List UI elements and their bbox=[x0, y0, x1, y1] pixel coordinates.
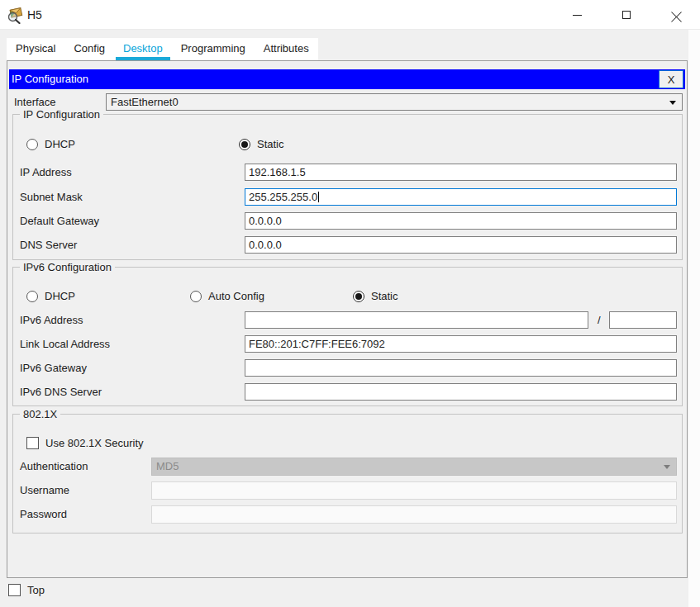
text-caret bbox=[318, 192, 319, 202]
checkbox-label: Top bbox=[27, 584, 45, 596]
ipv6-gateway-input[interactable] bbox=[245, 359, 677, 377]
link-local-address-label: Link Local Address bbox=[20, 335, 110, 353]
interface-select[interactable]: FastEthernet0 bbox=[106, 93, 683, 111]
input-value: 0.0.0.0 bbox=[249, 215, 282, 227]
ipv6-configuration-group: IPv6 Configuration DHCP Auto Config Stat… bbox=[12, 267, 683, 406]
ipv4-group-title: IP Configuration bbox=[20, 108, 103, 121]
radio-icon bbox=[190, 291, 202, 302]
ipv6-auto-config-radio[interactable]: Auto Config bbox=[190, 290, 264, 302]
input-value: 0.0.0.0 bbox=[249, 239, 282, 251]
tab-config[interactable]: Config bbox=[64, 38, 114, 60]
window-titlebar: H5 bbox=[0, 0, 700, 30]
panel-right-margin bbox=[688, 30, 700, 607]
ip-address-input[interactable]: 192.168.1.5 bbox=[245, 164, 677, 181]
subnet-mask-label: Subnet Mask bbox=[20, 188, 83, 206]
tab-desktop[interactable]: Desktop bbox=[114, 38, 172, 60]
radio-label: Static bbox=[371, 290, 398, 302]
tab-label: Config bbox=[74, 42, 105, 55]
dialog-titlebar: IP Configuration bbox=[9, 69, 685, 89]
ipv6-prefix-input[interactable] bbox=[609, 311, 677, 329]
radio-label: DHCP bbox=[45, 290, 75, 302]
radio-icon bbox=[26, 139, 38, 150]
dialog-title: IP Configuration bbox=[9, 69, 685, 88]
input-value: 192.168.1.5 bbox=[249, 166, 306, 178]
checkbox-icon bbox=[26, 437, 39, 449]
tab-attributes[interactable]: Attributes bbox=[255, 38, 318, 60]
authentication-selected-value: MD5 bbox=[156, 460, 179, 472]
ipv6-group-title: IPv6 Configuration bbox=[20, 261, 115, 273]
radio-icon bbox=[239, 139, 250, 150]
tab-label: Programming bbox=[181, 42, 245, 55]
default-gateway-input[interactable]: 0.0.0.0 bbox=[245, 212, 677, 230]
password-label: Password bbox=[20, 505, 67, 523]
interface-selected-value: FastEthernet0 bbox=[111, 96, 179, 108]
minimize-icon bbox=[573, 15, 582, 16]
chevron-down-icon bbox=[669, 101, 676, 105]
tab-bar: Physical Config Desktop Programming Attr… bbox=[7, 38, 318, 60]
radio-icon bbox=[353, 291, 364, 302]
subnet-mask-input[interactable]: 255.255.255.0 bbox=[245, 188, 677, 206]
ipv4-static-radio[interactable]: Static bbox=[239, 138, 284, 150]
close-button[interactable] bbox=[657, 0, 695, 30]
checkbox-label: Use 802.1X Security bbox=[45, 437, 144, 449]
chevron-down-icon bbox=[664, 465, 670, 469]
ipv6-static-radio[interactable]: Static bbox=[353, 290, 398, 302]
ipv6-gateway-label: IPv6 Gateway bbox=[20, 359, 87, 377]
tab-programming[interactable]: Programming bbox=[172, 38, 255, 60]
ipv4-configuration-group: IP Configuration DHCP Static IP Address … bbox=[12, 114, 683, 260]
input-value: FE80::201:C7FF:FEE6:7092 bbox=[249, 338, 385, 350]
window-title: H5 bbox=[27, 0, 42, 30]
authentication-select: MD5 bbox=[151, 458, 677, 476]
maximize-icon bbox=[622, 11, 631, 19]
radio-label: Static bbox=[257, 138, 284, 150]
password-input bbox=[151, 505, 677, 524]
dot1x-group-title: 802.1X bbox=[20, 408, 60, 420]
ipv6-dns-server-input[interactable] bbox=[245, 383, 677, 401]
tab-physical[interactable]: Physical bbox=[7, 38, 64, 60]
dot1x-group: 802.1X Use 802.1X Security Authenticatio… bbox=[12, 414, 683, 533]
ipv6-address-input[interactable] bbox=[245, 311, 588, 329]
radio-icon bbox=[26, 291, 38, 302]
default-gateway-label: Default Gateway bbox=[20, 212, 99, 230]
ipv4-dhcp-radio[interactable]: DHCP bbox=[26, 138, 75, 150]
authentication-label: Authentication bbox=[20, 458, 88, 475]
ip-configuration-panel: IP Configuration X Interface FastEtherne… bbox=[7, 60, 688, 578]
close-icon bbox=[671, 10, 682, 21]
dialog-close-button[interactable]: X bbox=[659, 70, 683, 88]
ipv6-dhcp-radio[interactable]: DHCP bbox=[26, 290, 75, 302]
radio-label: Auto Config bbox=[208, 290, 264, 302]
ipv6-address-label: IPv6 Address bbox=[20, 311, 83, 329]
username-label: Username bbox=[20, 481, 69, 499]
ipv6-dns-server-label: IPv6 DNS Server bbox=[20, 383, 102, 401]
packet-tracer-app-icon bbox=[7, 6, 25, 24]
dns-server-label: DNS Server bbox=[20, 236, 77, 254]
link-local-address-input[interactable]: FE80::201:C7FF:FEE6:7092 bbox=[245, 335, 677, 353]
input-value: 255.255.255.0 bbox=[249, 191, 317, 203]
maximize-button[interactable] bbox=[607, 0, 645, 30]
tab-label: Desktop bbox=[123, 42, 163, 55]
top-checkbox[interactable]: Top bbox=[8, 584, 45, 596]
username-input bbox=[151, 481, 677, 500]
tab-label: Physical bbox=[16, 42, 55, 55]
use-8021x-security-checkbox[interactable]: Use 802.1X Security bbox=[26, 437, 144, 449]
ip-address-label: IP Address bbox=[20, 164, 72, 181]
tab-label: Attributes bbox=[264, 42, 309, 55]
radio-label: DHCP bbox=[45, 138, 75, 150]
prefix-separator: / bbox=[598, 311, 601, 329]
minimize-button[interactable] bbox=[558, 0, 596, 30]
checkbox-icon bbox=[8, 584, 21, 596]
dns-server-input[interactable]: 0.0.0.0 bbox=[245, 236, 677, 254]
